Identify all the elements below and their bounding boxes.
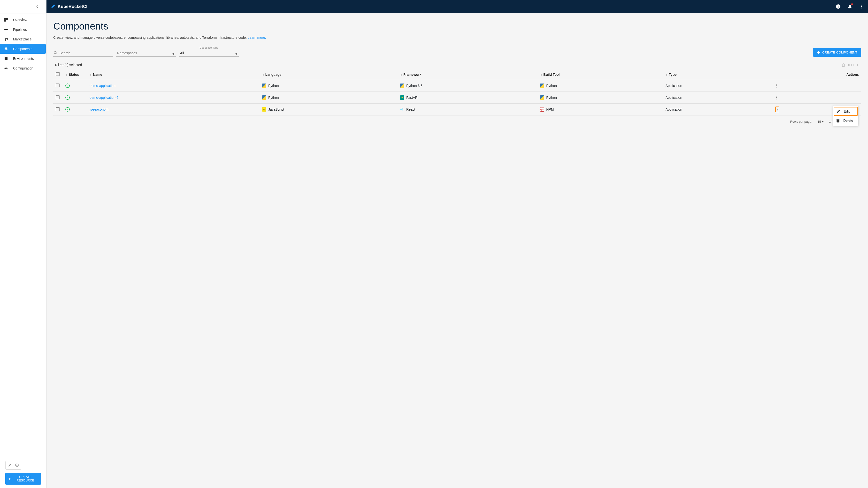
component-name-link[interactable]: demo-application — [90, 84, 116, 88]
create-component-button[interactable]: CREATE COMPONENT — [813, 48, 861, 57]
sidebar-item-environments[interactable]: Environments — [0, 54, 46, 63]
row-checkbox[interactable] — [56, 95, 60, 99]
gear-icon — [4, 66, 8, 70]
sidebar: Overview Pipelines Marketplace Component… — [0, 0, 46, 488]
pencil-icon — [837, 109, 840, 113]
type-value: Application — [665, 107, 682, 111]
svg-point-11 — [6, 68, 7, 69]
rows-per-page-select[interactable]: 15 ▾ — [818, 120, 824, 124]
info-icon: i — [836, 4, 841, 9]
row-actions-menu: Edit Delete — [833, 105, 858, 126]
svg-point-16 — [861, 5, 862, 5]
layers-icon — [4, 47, 8, 51]
table-row: js-react-npm JSJavaScript React npmNPM A… — [53, 104, 861, 116]
status-ok-icon — [65, 107, 70, 111]
framework-value: FastAPI — [406, 96, 418, 99]
sidebar-item-label: Overview — [13, 18, 27, 22]
sidebar-item-pipelines[interactable]: Pipelines — [0, 25, 46, 34]
rows-per-page-label: Rows per page: — [790, 120, 812, 124]
codebase-type-select[interactable] — [179, 50, 239, 57]
kebab-icon — [776, 96, 777, 99]
select-all-checkbox[interactable] — [56, 72, 60, 76]
build-tool-value: Python — [546, 84, 557, 88]
notifications-button[interactable] — [847, 4, 852, 9]
svg-point-21 — [776, 84, 777, 85]
sort-icon[interactable]: ▲▼ — [665, 73, 668, 76]
svg-rect-10 — [5, 59, 7, 60]
build-tool-value: NPM — [546, 107, 554, 111]
table-row: demo-application-2 Python ⚡FastAPI Pytho… — [53, 92, 861, 104]
svg-rect-4 — [7, 29, 8, 30]
more-button[interactable] — [859, 4, 864, 9]
sidebar-item-components[interactable]: Components — [0, 44, 46, 54]
svg-rect-9 — [5, 58, 7, 59]
kebab-icon — [861, 5, 862, 8]
sort-icon[interactable]: ▲▼ — [90, 73, 92, 76]
svg-point-25 — [776, 97, 777, 98]
search-icon — [54, 51, 58, 56]
svg-rect-3 — [4, 29, 5, 30]
sidebar-item-configuration[interactable]: Configuration — [0, 63, 46, 73]
menu-edit[interactable]: Edit — [834, 107, 858, 116]
type-value: Application — [665, 84, 682, 88]
sidebar-item-marketplace[interactable]: Marketplace — [0, 34, 46, 44]
create-component-label: CREATE COMPONENT — [822, 51, 857, 54]
svg-rect-0 — [4, 18, 6, 20]
trash-icon — [842, 63, 845, 67]
sidebar-collapse-button[interactable] — [0, 0, 46, 13]
sort-icon[interactable]: ▲▼ — [400, 73, 402, 76]
sort-icon[interactable]: ▲▼ — [262, 73, 265, 76]
type-value: Application — [665, 96, 682, 99]
namespaces-select[interactable] — [116, 50, 176, 57]
pagination: Rows per page: 15 ▾ 1–3 of 3 — [53, 116, 861, 128]
sidebar-item-label: Marketplace — [13, 37, 31, 41]
language-value: JavaScript — [268, 107, 284, 111]
search-input[interactable] — [53, 50, 113, 57]
sidebar-footer: CREATE RESOURCE — [0, 457, 46, 488]
component-name-link[interactable]: js-react-npm — [90, 107, 108, 111]
cart-icon — [4, 37, 8, 41]
svg-rect-1 — [6, 18, 8, 20]
svg-text:i: i — [838, 5, 839, 8]
menu-delete[interactable]: Delete — [833, 116, 858, 125]
svg-rect-8 — [5, 57, 7, 58]
sidebar-item-label: Configuration — [13, 66, 33, 70]
learn-more-link[interactable]: Learn more. — [248, 36, 266, 39]
plus-icon — [817, 51, 820, 54]
info-button[interactable]: i — [836, 4, 841, 9]
brand[interactable]: KubeRocketCI — [50, 4, 87, 9]
row-actions-button[interactable] — [775, 83, 778, 89]
codebase-type-label: Codebase Type — [200, 46, 218, 49]
sort-icon[interactable]: ▲▼ — [65, 73, 68, 76]
sidebar-item-overview[interactable]: Overview — [0, 15, 46, 25]
page-subtitle: Create, view, and manage diverse codebas… — [53, 36, 861, 39]
footer-k8s-button[interactable] — [14, 462, 20, 468]
row-actions-button[interactable] — [775, 106, 779, 112]
svg-point-6 — [5, 40, 6, 41]
trash-icon — [836, 119, 840, 123]
selected-count: 0 item(s) selected — [55, 63, 82, 67]
row-actions-button[interactable] — [775, 95, 778, 100]
svg-point-17 — [861, 6, 862, 7]
kebab-icon — [776, 84, 777, 88]
row-checkbox[interactable] — [56, 107, 60, 111]
header: KubeRocketCI i — [46, 0, 868, 13]
sort-icon[interactable]: ▲▼ — [540, 73, 542, 76]
bulk-delete-button[interactable]: DELETE — [842, 63, 859, 67]
svg-point-18 — [861, 7, 862, 8]
svg-point-33 — [777, 110, 777, 111]
footer-rocket-button[interactable] — [6, 462, 13, 468]
status-ok-icon — [65, 84, 70, 88]
row-checkbox[interactable] — [56, 84, 60, 87]
svg-rect-5 — [5, 29, 7, 30]
svg-point-7 — [7, 40, 7, 41]
rocket-icon — [50, 4, 55, 9]
nav: Overview Pipelines Marketplace Component… — [0, 13, 46, 457]
sidebar-item-label: Pipelines — [13, 28, 27, 31]
dashboard-icon — [4, 18, 8, 22]
component-name-link[interactable]: demo-application-2 — [90, 96, 118, 99]
create-resource-button[interactable]: CREATE RESOURCE — [5, 473, 41, 485]
svg-point-23 — [776, 87, 777, 88]
environments-icon — [4, 56, 8, 61]
caret-down-icon: ▾ — [822, 120, 824, 124]
